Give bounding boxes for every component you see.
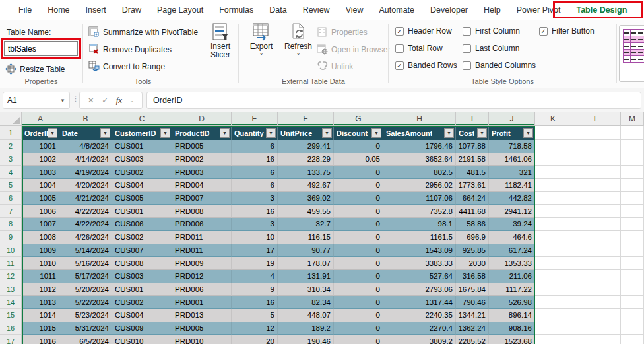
cell[interactable]: 0 (334, 179, 383, 192)
empty-cell[interactable] (535, 270, 571, 283)
empty-cell[interactable] (621, 335, 644, 344)
refresh-dropdown-icon[interactable]: ⌄ (281, 51, 315, 56)
cell[interactable]: PRD012 (172, 270, 232, 283)
cell[interactable]: 131.91 (278, 270, 334, 283)
cell[interactable]: 0 (334, 244, 383, 258)
cell[interactable]: 6 (232, 179, 278, 192)
ribbon-tab-power-pivot[interactable]: Power Pivot (509, 1, 569, 18)
cell[interactable]: 0 (334, 205, 383, 218)
empty-cell[interactable] (571, 296, 621, 309)
cell[interactable]: 664.24 (456, 192, 489, 205)
cell[interactable]: 0 (334, 218, 383, 231)
cell[interactable]: 4/19/2024 (59, 166, 112, 179)
filter-button-productid[interactable]: ▼ (220, 128, 230, 138)
ribbon-tab-help[interactable]: Help (476, 1, 509, 18)
cell[interactable]: 3 (232, 192, 278, 205)
ribbon-tab-page-layout[interactable]: Page Layout (149, 1, 211, 18)
cell[interactable]: 2285.52 (456, 335, 489, 344)
ribbon-tab-insert[interactable]: Insert (78, 1, 114, 18)
cell[interactable]: 718.58 (489, 140, 535, 153)
cell[interactable]: 19 (232, 257, 278, 270)
cell[interactable]: PRD006 (172, 283, 232, 296)
column-header-B[interactable]: B (59, 112, 112, 126)
filter-button-unitprice[interactable]: ▼ (322, 128, 332, 138)
column-header-M[interactable]: M (621, 112, 644, 126)
empty-cell[interactable] (535, 179, 571, 192)
ribbon-tab-draw[interactable]: Draw (114, 1, 149, 18)
cell[interactable]: 1796.46 (383, 140, 456, 153)
column-header-K[interactable]: K (535, 112, 571, 126)
cell[interactable]: 190.46 (278, 335, 334, 344)
empty-cell[interactable] (621, 309, 644, 322)
filter-button-cost[interactable]: ▼ (477, 128, 487, 138)
cell[interactable]: 4/21/2024 (59, 192, 112, 205)
empty-cell[interactable] (571, 153, 621, 166)
empty-cell[interactable] (571, 335, 621, 344)
cell[interactable]: CUS005 (112, 192, 172, 205)
cell[interactable]: 1008 (22, 231, 59, 244)
table-header-date[interactable]: Date▼ (59, 126, 112, 140)
cell[interactable]: 0.05 (334, 153, 383, 166)
cell[interactable]: CUS004 (112, 179, 172, 192)
filter-button-orderid[interactable]: ▼ (48, 128, 57, 138)
cell[interactable]: 299.41 (278, 140, 334, 153)
insert-slicer-button[interactable]: Insert Slicer (203, 22, 238, 59)
cell[interactable]: 896.14 (489, 309, 535, 322)
cell[interactable]: 925.85 (456, 244, 489, 258)
cell[interactable]: 5 (232, 309, 278, 322)
empty-cell[interactable] (571, 218, 621, 231)
checkbox-last-column[interactable]: Last Column (463, 44, 519, 53)
checked-checkbox-icon[interactable]: ✓ (539, 27, 548, 36)
checkbox-first-column[interactable]: First Column (463, 26, 520, 36)
cell[interactable]: PRD011 (172, 231, 232, 244)
export-button[interactable]: Export ⌄ (244, 22, 278, 56)
cell[interactable]: CUS002 (112, 231, 172, 244)
checkbox-total-row[interactable]: Total Row (395, 44, 443, 53)
cell[interactable]: 0 (334, 296, 383, 309)
table-style-swatch[interactable] (619, 25, 644, 82)
cell[interactable]: 2956.02 (383, 179, 456, 192)
empty-cell[interactable] (571, 166, 621, 179)
row-number-11[interactable]: 11 (0, 257, 22, 270)
cell[interactable]: 39.24 (489, 218, 535, 231)
cell[interactable]: 3 (232, 218, 278, 231)
cell[interactable]: CUS010 (112, 335, 172, 344)
cell[interactable]: PRD002 (172, 153, 232, 166)
fx-chevron-icon[interactable]: ⌄ (130, 98, 135, 104)
empty-cell[interactable] (621, 270, 644, 283)
cell[interactable]: 1107.06 (383, 192, 456, 205)
empty-cell[interactable] (571, 192, 621, 205)
unchecked-checkbox-icon[interactable] (395, 44, 404, 53)
unchecked-checkbox-icon[interactable] (463, 44, 471, 53)
cell[interactable]: 5/31/2024 (59, 322, 112, 335)
cell[interactable]: 32.7 (278, 218, 334, 231)
enter-icon[interactable]: ✓ (102, 96, 108, 105)
cell[interactable]: 16 (232, 205, 278, 218)
cell[interactable]: 1077.88 (456, 140, 489, 153)
cell[interactable]: 2030 (456, 257, 489, 270)
ribbon-tab-home[interactable]: Home (40, 1, 77, 18)
cell[interactable]: 4/8/2024 (59, 140, 112, 153)
row-number-12[interactable]: 12 (0, 270, 22, 283)
cell[interactable]: 3652.64 (383, 153, 456, 166)
filter-button-salesamount[interactable]: ▼ (444, 128, 454, 138)
cell[interactable]: 228.29 (278, 153, 334, 166)
cell[interactable]: 2240.35 (383, 309, 456, 322)
ribbon-tab-table-design[interactable]: Table Design (568, 1, 635, 18)
cell[interactable]: 16 (232, 153, 278, 166)
cell[interactable]: 5/22/2024 (59, 296, 112, 309)
cell[interactable]: 5/23/2024 (59, 309, 112, 322)
cell[interactable]: 1006 (22, 205, 59, 218)
cell[interactable]: 0 (334, 166, 383, 179)
empty-cell[interactable] (571, 244, 621, 258)
cell[interactable]: 1773.61 (456, 179, 489, 192)
cell[interactable]: 1353.33 (489, 257, 535, 270)
cell[interactable]: 1012 (22, 283, 59, 296)
cell[interactable]: 459.55 (278, 205, 334, 218)
empty-cell[interactable] (535, 166, 571, 179)
cell[interactable]: CUS007 (112, 244, 172, 258)
cell[interactable]: PRD008 (172, 205, 232, 218)
cell[interactable]: 617.24 (489, 244, 535, 258)
row-number-4[interactable]: 4 (0, 166, 22, 179)
empty-cell[interactable] (535, 309, 571, 322)
